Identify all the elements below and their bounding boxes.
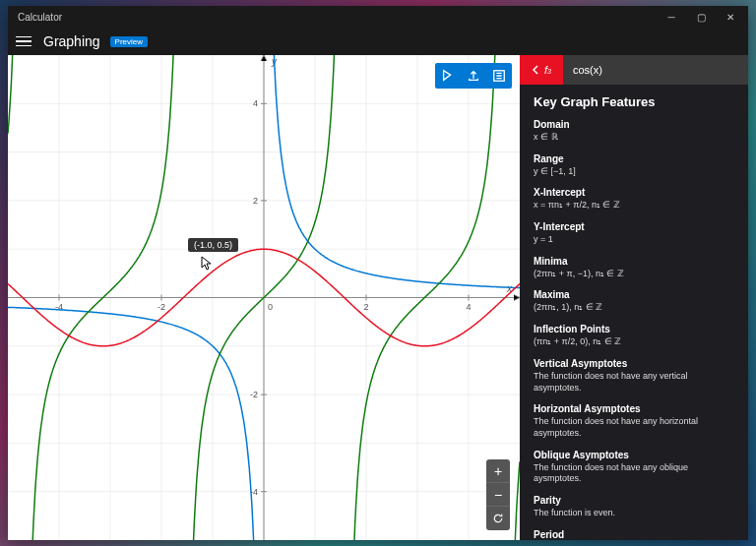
share-button[interactable] xyxy=(461,63,486,89)
feature-item: Oblique AsymptotesThe function does not … xyxy=(534,450,734,485)
feature-item: X-Interceptx = πn₁ + π/2, n₁ ∈ ℤ xyxy=(534,187,734,212)
feature-item: Y-Intercepty = 1 xyxy=(534,221,734,246)
feature-value: The function is even. xyxy=(534,508,734,519)
feature-label: Domain xyxy=(534,119,734,130)
feature-value: The function does not have any vertical … xyxy=(534,371,734,394)
panel-header: f3 cos(x) xyxy=(520,55,748,85)
graph-toolbar xyxy=(435,63,512,89)
feature-label: Vertical Asymptotes xyxy=(534,358,734,369)
feature-label: Inflection Points xyxy=(534,324,734,334)
minimize-button[interactable]: ─ xyxy=(658,7,685,27)
feature-value: x = πn₁ + π/2, n₁ ∈ ℤ xyxy=(534,200,734,212)
svg-text:-2: -2 xyxy=(158,302,165,312)
titlebar: Calculator ─ ▢ ✕ xyxy=(8,6,748,28)
trace-button[interactable] xyxy=(435,63,461,89)
feature-item: Maxima(2πn₁, 1), n₁ ∈ ℤ xyxy=(534,289,734,314)
panel-title: Key Graph Features xyxy=(534,94,734,109)
feature-label: Period xyxy=(534,529,734,540)
zoom-controls: + − xyxy=(486,459,510,530)
svg-text:2: 2 xyxy=(253,196,258,206)
feature-item: Inflection Points(πn₁ + π/2, 0), n₁ ∈ ℤ xyxy=(534,324,734,348)
feature-label: Oblique Asymptotes xyxy=(534,450,734,460)
svg-text:2: 2 xyxy=(363,302,368,312)
window-controls: ─ ▢ ✕ xyxy=(658,7,744,27)
feature-item: Period2π xyxy=(534,529,734,540)
zoom-reset-button[interactable] xyxy=(486,507,510,530)
feature-item: ParityThe function is even. xyxy=(534,495,734,519)
zoom-in-button[interactable]: + xyxy=(486,459,510,483)
app-header: Graphing Preview xyxy=(8,28,748,55)
window-title: Calculator xyxy=(12,12,62,23)
feature-label: Maxima xyxy=(534,289,734,300)
settings-button[interactable] xyxy=(486,63,512,89)
features-list: Domainx ∈ ℝRangey ∈ [−1, 1]X-Interceptx … xyxy=(534,119,734,540)
preview-badge: Preview xyxy=(110,36,148,47)
feature-value: (2πn₁, 1), n₁ ∈ ℤ xyxy=(534,302,734,314)
graph-area[interactable]: -4-224-4-224xy0 (-1.0, 0.5) + − xyxy=(8,55,520,540)
feature-label: Parity xyxy=(534,495,734,506)
feature-value: y = 1 xyxy=(534,234,734,246)
content-area: -4-224-4-224xy0 (-1.0, 0.5) + − f3 xyxy=(8,55,748,540)
feature-item: Minima(2πn₁ + π, −1), n₁ ∈ ℤ xyxy=(534,256,734,280)
feature-value: y ∈ [−1, 1] xyxy=(534,166,734,178)
menu-icon[interactable] xyxy=(14,31,33,51)
feature-label: Minima xyxy=(534,256,734,267)
svg-text:4: 4 xyxy=(466,302,471,312)
feature-label: Horizontal Asymptotes xyxy=(534,403,734,414)
features-panel: f3 cos(x) Key Graph Features Domainx ∈ ℝ… xyxy=(520,55,748,540)
feature-label: Range xyxy=(534,153,734,164)
svg-text:0: 0 xyxy=(268,302,273,312)
feature-label: X-Intercept xyxy=(534,187,734,198)
graph-canvas[interactable]: -4-224-4-224xy0 xyxy=(8,55,520,540)
feature-value: (2πn₁ + π, −1), n₁ ∈ ℤ xyxy=(534,269,734,280)
back-button[interactable]: f3 xyxy=(520,55,563,85)
app-window: Calculator ─ ▢ ✕ Graphing Preview -4-224… xyxy=(8,6,748,540)
feature-item: Vertical AsymptotesThe function does not… xyxy=(534,358,734,394)
feature-item: Domainx ∈ ℝ xyxy=(534,119,734,144)
feature-value: The function does not have any oblique a… xyxy=(534,462,734,485)
zoom-out-button[interactable]: − xyxy=(486,483,510,507)
feature-value: (πn₁ + π/2, 0), n₁ ∈ ℤ xyxy=(534,336,734,348)
feature-item: Rangey ∈ [−1, 1] xyxy=(534,153,734,178)
feature-value: x ∈ ℝ xyxy=(534,132,734,144)
maximize-button[interactable]: ▢ xyxy=(687,7,715,27)
svg-text:4: 4 xyxy=(253,98,258,108)
function-expression: cos(x) xyxy=(563,55,748,85)
feature-label: Y-Intercept xyxy=(534,221,734,232)
svg-text:-2: -2 xyxy=(250,390,258,399)
close-button[interactable]: ✕ xyxy=(717,7,744,27)
feature-value: The function does not have any horizonta… xyxy=(534,416,734,439)
function-symbol: f3 xyxy=(544,64,551,76)
feature-item: Horizontal AsymptotesThe function does n… xyxy=(534,403,734,439)
mode-title: Graphing xyxy=(43,33,100,49)
panel-body[interactable]: Key Graph Features Domainx ∈ ℝRangey ∈ [… xyxy=(520,85,748,540)
